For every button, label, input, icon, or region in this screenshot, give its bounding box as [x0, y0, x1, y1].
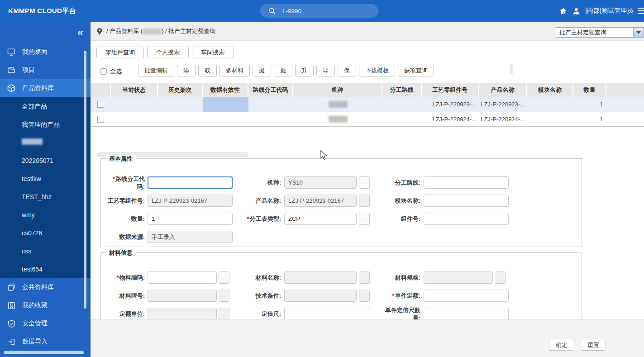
- sidebar-item-public-library[interactable]: 公共资料库: [0, 278, 91, 296]
- add-button[interactable]: 添: [177, 65, 196, 76]
- submenu-item[interactable]: wmy: [0, 206, 91, 224]
- product-name-input[interactable]: LZJ-P-220923-02167: [284, 195, 357, 207]
- tab-personal-search[interactable]: 个人搜索: [147, 47, 189, 58]
- column-header[interactable]: 数据有效性: [203, 83, 248, 97]
- select-all[interactable]: 全选: [100, 67, 122, 76]
- sidebar-vertical-scrollbar[interactable]: [84, 51, 86, 309]
- submenu-item[interactable]: cs0726: [0, 224, 91, 242]
- chevron-down-icon[interactable]: [633, 28, 644, 37]
- material-name-lookup-button: ...: [359, 271, 370, 284]
- quota-unit-input[interactable]: [148, 308, 217, 320]
- tab-part-query[interactable]: 零组件查询: [96, 47, 144, 58]
- route-code-input[interactable]: [148, 176, 233, 189]
- sidebar-item-favorites[interactable]: 我的收藏: [0, 296, 91, 314]
- global-search[interactable]: L-9990: [260, 4, 378, 18]
- submenu-item[interactable]: 202205071: [0, 152, 91, 170]
- qty-input[interactable]: 1: [148, 213, 233, 225]
- sidebar-item-data-import[interactable]: 数据导入: [0, 333, 91, 351]
- select-all-checkbox[interactable]: [100, 68, 107, 75]
- machine-type-lookup-button[interactable]: ...: [359, 176, 370, 189]
- column-header[interactable]: 工艺零组件号: [422, 83, 479, 97]
- division-route-input[interactable]: [424, 176, 509, 189]
- cell-machine-type: [293, 112, 382, 127]
- material-info-section: 材料信息 物料编码: ... 材料名称: ... 材料规格: ... 材料牌号:…: [100, 252, 582, 330]
- component-no-input[interactable]: [424, 213, 509, 225]
- submenu-item-my-products[interactable]: 我管理的产品: [0, 115, 91, 133]
- multi-material-button[interactable]: 多材料: [219, 65, 250, 76]
- column-header[interactable]: 数量: [573, 83, 606, 97]
- column-header[interactable]: 历史架次: [158, 83, 203, 97]
- sidebar-item-security[interactable]: 安全管理: [0, 314, 91, 333]
- material-code-label: 物料编码:: [101, 274, 145, 281]
- table-row[interactable]: LZJ-P-220923-... LZJ-P-220923-... 1: [91, 97, 644, 112]
- cell-division-route: [382, 97, 422, 112]
- tab-workshop-search[interactable]: 车间搜索: [192, 47, 234, 58]
- column-header[interactable]: 路线分工代码: [248, 83, 293, 97]
- row-checkbox[interactable]: [97, 101, 104, 108]
- column-header[interactable]: 当前状态: [111, 83, 158, 97]
- material-name-input[interactable]: [284, 271, 357, 284]
- submit-button-2[interactable]: 提: [274, 65, 292, 76]
- search-input[interactable]: L-9990: [282, 8, 301, 14]
- sidebar-item-product-library[interactable]: 产品资料库: [0, 79, 91, 97]
- submenu-item-redacted[interactable]: [0, 133, 91, 152]
- missing-item-query-button[interactable]: 缺项查询: [398, 65, 434, 76]
- sidebar-item-my-desktop[interactable]: 我的桌面: [0, 43, 91, 61]
- cell-module-name: [527, 97, 573, 112]
- current-user-label[interactable]: [内部]测试管理员: [585, 7, 633, 15]
- user-icon[interactable]: [572, 7, 581, 15]
- fixed-length-label: 定倍尺:: [237, 310, 281, 318]
- sidebar: « 我的桌面 项目 产品资料库 全部产品 我管理的产品 202205071 te…: [0, 22, 91, 357]
- cell-data-validity-selected[interactable]: [203, 97, 248, 112]
- sidebar-item-projects[interactable]: 项目: [0, 61, 91, 79]
- cell-current-status: [111, 112, 158, 127]
- column-header[interactable]: 产品名称: [479, 83, 527, 97]
- cell-current-status: [111, 97, 158, 112]
- batch-edit-button[interactable]: 批量编辑: [138, 65, 174, 76]
- column-header[interactable]: 分工路线: [382, 83, 422, 97]
- select-all-label: 全选: [110, 67, 122, 76]
- sidebar-collapse-button[interactable]: «: [77, 27, 83, 38]
- part-no-input[interactable]: LZJ-P-220923-02167: [148, 195, 233, 207]
- sidebar-horizontal-scrollbar[interactable]: [4, 351, 84, 354]
- home-icon[interactable]: [559, 7, 568, 15]
- app-brand: KMMPM CLOUD平台: [8, 0, 76, 22]
- page-select-dropdown[interactable]: 批产主材定额查询: [556, 27, 644, 38]
- column-header[interactable]: 机种: [293, 83, 382, 97]
- product-name-label: 产品名称:: [237, 197, 281, 205]
- submenu-item-all-products[interactable]: 全部产品: [0, 97, 91, 115]
- table-type-lookup-button[interactable]: ...: [359, 213, 370, 225]
- submenu-item[interactable]: TEST_hhz: [0, 188, 91, 206]
- material-spec-input[interactable]: [424, 271, 493, 284]
- submenu-item[interactable]: css: [0, 242, 91, 260]
- submenu-item[interactable]: test654: [0, 260, 91, 278]
- table-type-input[interactable]: ZCP: [284, 213, 357, 225]
- column-header[interactable]: 模块名称: [527, 83, 573, 97]
- qty-label: 数量:: [101, 215, 145, 223]
- cell-module-name: [527, 112, 573, 127]
- tech-condition-input[interactable]: [284, 290, 357, 302]
- reset-button[interactable]: 重置: [581, 340, 606, 351]
- material-grade-input[interactable]: [148, 290, 217, 302]
- material-code-input[interactable]: [148, 271, 217, 284]
- mini-vertical-scrollbar[interactable]: [510, 64, 513, 74]
- submit-button-1[interactable]: 提: [253, 65, 271, 76]
- data-source-input[interactable]: 手工录入: [148, 231, 233, 243]
- export-button[interactable]: 导: [316, 65, 335, 76]
- table-row[interactable]: LZJ-P-220924-... LZJ-P-220924-... 1: [91, 112, 644, 127]
- machine-type-input[interactable]: YS10: [284, 176, 357, 189]
- unit-quota-input[interactable]: [424, 290, 509, 302]
- cell-history-batch: [158, 112, 203, 127]
- menu-icon[interactable]: [638, 8, 644, 14]
- breadcrumb-bar: / 产品资料库 ( ) / 批产主材定额查询 批产主材定额查询: [91, 22, 644, 41]
- upgrade-button[interactable]: 升: [295, 65, 314, 76]
- save-button[interactable]: 保: [338, 65, 356, 76]
- quota-unit-label: 定额单位:: [101, 310, 145, 318]
- fetch-button[interactable]: 取: [198, 65, 217, 76]
- confirm-button[interactable]: 确定: [549, 340, 574, 351]
- download-template-button[interactable]: 下载模板: [359, 65, 395, 76]
- row-checkbox[interactable]: [97, 116, 104, 123]
- material-code-lookup-button[interactable]: ...: [219, 271, 229, 284]
- submenu-item[interactable]: testlkw: [0, 170, 91, 188]
- module-name-input[interactable]: [424, 195, 509, 207]
